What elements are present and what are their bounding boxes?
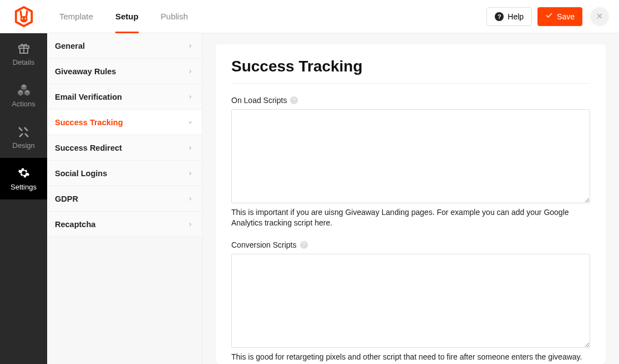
settings-panel: Success Tracking On Load Scripts ? This … xyxy=(216,44,606,364)
chevron-right-icon xyxy=(187,220,193,229)
cubes-icon xyxy=(17,83,31,96)
close-icon xyxy=(596,12,603,22)
tab-publish[interactable]: Publish xyxy=(161,0,188,33)
sub-item-label: GDPR xyxy=(55,194,78,203)
panel-title: Success Tracking xyxy=(231,58,590,84)
conversion-scripts-input[interactable] xyxy=(231,254,590,348)
conversion-help-text: This is good for retargeting pixels and … xyxy=(231,352,590,362)
sidebar-item-actions[interactable]: Actions xyxy=(0,75,47,116)
app-logo[interactable] xyxy=(0,0,47,33)
chevron-right-icon xyxy=(187,93,193,101)
chevron-right-icon xyxy=(187,143,193,152)
close-button[interactable] xyxy=(590,7,609,26)
sub-item-label: Success Tracking xyxy=(55,118,123,127)
topbar: Template Setup Publish ? Help Save xyxy=(47,0,619,33)
help-circle-icon: ? xyxy=(495,12,504,21)
help-tooltip-icon[interactable]: ? xyxy=(290,96,298,104)
svg-point-1 xyxy=(20,16,27,22)
sub-item-email-verification[interactable]: Email Verification xyxy=(47,84,202,110)
icon-sidebar: Details Actions Design Settings xyxy=(0,0,47,364)
conversion-label: Conversion Scripts ? xyxy=(231,240,590,249)
content-row: General Giveaway Rules Email Verificatio… xyxy=(47,33,619,364)
gear-icon xyxy=(17,166,31,180)
sidebar-item-label: Settings xyxy=(11,183,37,191)
sidebar-item-label: Design xyxy=(12,141,34,150)
sub-item-recaptcha[interactable]: Recaptcha xyxy=(47,212,202,237)
rabbit-logo-icon xyxy=(13,6,34,27)
sidebar-item-settings[interactable]: Settings xyxy=(0,158,47,199)
sub-item-general[interactable]: General xyxy=(47,33,202,59)
sub-item-label: General xyxy=(55,42,85,50)
sub-item-success-redirect[interactable]: Success Redirect xyxy=(47,135,202,161)
svg-point-3 xyxy=(24,18,26,19)
check-icon xyxy=(545,12,553,21)
top-tabs: Template Setup Publish xyxy=(59,0,188,33)
chevron-right-icon xyxy=(187,194,193,203)
panel-wrap: Success Tracking On Load Scripts ? This … xyxy=(202,33,619,364)
sidebar-item-label: Details xyxy=(13,58,35,66)
sub-item-label: Recaptcha xyxy=(55,220,95,229)
sub-item-success-tracking[interactable]: Success Tracking xyxy=(47,110,202,135)
tab-template[interactable]: Template xyxy=(59,0,93,33)
button-label: Save xyxy=(557,12,575,21)
on-load-scripts-input[interactable] xyxy=(231,109,590,203)
chevron-right-icon xyxy=(187,169,193,178)
sub-item-label: Social Logins xyxy=(55,169,107,178)
tools-icon xyxy=(17,125,31,138)
sub-item-label: Email Verification xyxy=(55,93,122,101)
chevron-down-icon xyxy=(187,118,193,127)
label-text: Conversion Scripts xyxy=(231,240,297,249)
sidebar-item-label: Actions xyxy=(12,100,35,108)
sub-item-label: Giveaway Rules xyxy=(55,67,116,76)
chevron-right-icon xyxy=(187,67,193,76)
svg-point-2 xyxy=(21,18,22,19)
sub-item-label: Success Redirect xyxy=(55,143,122,152)
on-load-label: On Load Scripts ? xyxy=(231,96,590,105)
sidebar-item-design[interactable]: Design xyxy=(0,116,47,158)
help-tooltip-icon[interactable]: ? xyxy=(300,241,308,249)
chevron-right-icon xyxy=(187,42,193,50)
main-column: Template Setup Publish ? Help Save Gener… xyxy=(47,0,619,364)
save-button[interactable]: Save xyxy=(537,7,582,26)
on-load-help-text: This is important if you are uisng Givea… xyxy=(231,207,590,228)
gift-icon xyxy=(17,42,31,55)
sub-item-social-logins[interactable]: Social Logins xyxy=(47,161,202,186)
sub-item-gdpr[interactable]: GDPR xyxy=(47,186,202,212)
label-text: On Load Scripts xyxy=(231,96,287,105)
settings-sub-sidebar: General Giveaway Rules Email Verificatio… xyxy=(47,33,202,364)
help-button[interactable]: ? Help xyxy=(486,7,532,26)
button-label: Help xyxy=(508,12,524,21)
sub-item-giveaway-rules[interactable]: Giveaway Rules xyxy=(47,59,202,84)
sidebar-item-details[interactable]: Details xyxy=(0,33,47,75)
tab-setup[interactable]: Setup xyxy=(115,0,139,33)
